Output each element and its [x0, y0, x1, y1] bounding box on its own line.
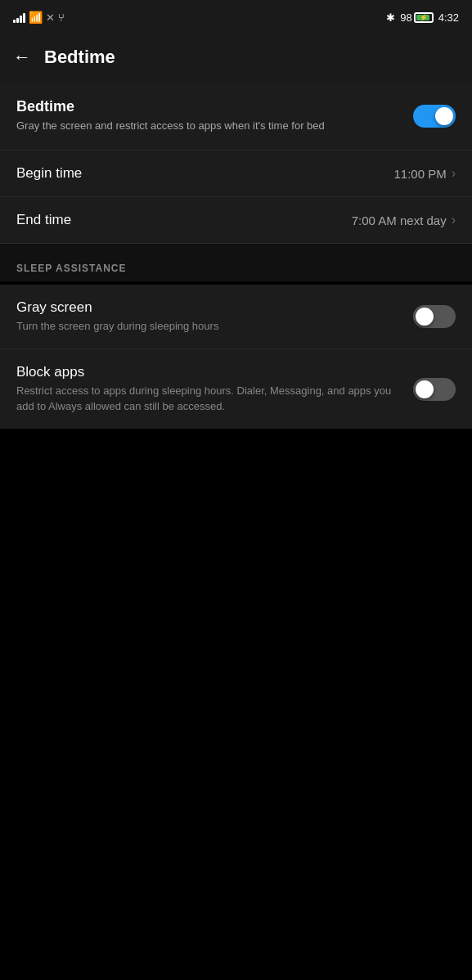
- gray-screen-title: Gray screen: [16, 299, 400, 316]
- block-apps-row: Block apps Restrict access to apps durin…: [0, 349, 472, 428]
- signal-bar-1: [13, 20, 16, 23]
- signal-bar-4: [23, 13, 25, 23]
- block-apps-toggle[interactable]: [413, 378, 456, 401]
- begin-time-value-container: 11:00 PM ›: [393, 166, 456, 181]
- battery-box: ⚡: [414, 12, 434, 23]
- bedtime-text-block: Bedtime Gray the screen and restrict acc…: [16, 98, 413, 133]
- bedtime-slider: [413, 105, 456, 128]
- begin-time-label: Begin time: [16, 165, 82, 182]
- gray-screen-slider-knob: [416, 308, 434, 326]
- bedtime-description: Gray the screen and restrict access to a…: [16, 119, 400, 133]
- gray-screen-description: Turn the screen gray during sleeping hou…: [16, 319, 400, 334]
- clock-display: 4:32: [438, 11, 459, 24]
- block-apps-text-block: Block apps Restrict access to apps durin…: [16, 364, 413, 413]
- battery-indicator: 98 ⚡: [400, 11, 433, 24]
- usb-icon: ⑂: [58, 11, 65, 24]
- sleep-assistance-section: Gray screen Turn the screen gray during …: [0, 285, 472, 429]
- begin-time-row[interactable]: Begin time 11:00 PM ›: [0, 151, 472, 197]
- bedtime-slider-knob: [435, 107, 453, 125]
- bedtime-toggle-row: Bedtime Gray the screen and restrict acc…: [0, 82, 472, 151]
- status-right-icons: ✱ 98 ⚡ 4:32: [386, 11, 459, 24]
- gray-screen-toggle[interactable]: [413, 305, 456, 328]
- gray-screen-row: Gray screen Turn the screen gray during …: [0, 285, 472, 349]
- begin-time-value: 11:00 PM: [393, 167, 446, 181]
- gray-screen-text-block: Gray screen Turn the screen gray during …: [16, 299, 413, 334]
- battery-percent: 98: [400, 11, 411, 24]
- data-icon: ✕: [46, 11, 55, 24]
- bottom-spacer: [0, 429, 472, 756]
- status-bar: 📶 ✕ ⑂ ✱ 98 ⚡ 4:32: [0, 0, 472, 33]
- block-apps-title: Block apps: [16, 364, 400, 380]
- sleep-assistance-header: SLEEP ASSISTANCE: [0, 244, 472, 281]
- end-time-value: 7:00 AM next day: [352, 214, 447, 227]
- bluetooth-icon: ✱: [386, 11, 395, 24]
- block-apps-slider: [413, 378, 456, 401]
- end-time-chevron-icon: ›: [452, 213, 456, 227]
- begin-time-chevron-icon: ›: [452, 166, 456, 181]
- page-title: Bedtime: [44, 47, 115, 68]
- wifi-icon: 📶: [29, 11, 43, 24]
- back-button[interactable]: ←: [13, 47, 31, 68]
- signal-bar-2: [16, 18, 19, 23]
- signal-bar-3: [20, 16, 22, 23]
- app-bar: ← Bedtime: [0, 33, 472, 82]
- end-time-row[interactable]: End time 7:00 AM next day ›: [0, 197, 472, 244]
- signal-bars-icon: [13, 11, 25, 23]
- status-left-icons: 📶 ✕ ⑂: [13, 11, 65, 24]
- bedtime-toggle[interactable]: [413, 105, 456, 128]
- sleep-assistance-label: SLEEP ASSISTANCE: [16, 263, 126, 274]
- bedtime-title: Bedtime: [16, 98, 400, 115]
- gray-screen-slider: [413, 305, 456, 328]
- charging-bolt: ⚡: [420, 14, 428, 21]
- block-apps-description: Restrict access to apps during sleeping …: [16, 384, 400, 413]
- end-time-label: End time: [16, 212, 71, 228]
- block-apps-slider-knob: [416, 380, 434, 398]
- end-time-value-container: 7:00 AM next day ›: [352, 213, 456, 227]
